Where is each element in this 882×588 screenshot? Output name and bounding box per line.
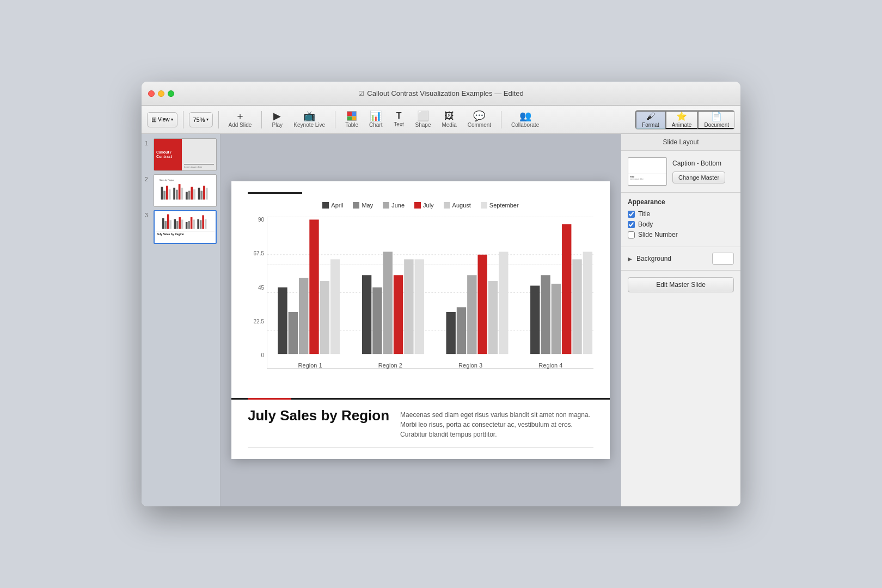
chart-label: Chart [369, 122, 382, 128]
svg-rect-13 [198, 188, 200, 200]
fullscreen-button[interactable] [168, 90, 174, 97]
svg-rect-38 [289, 312, 298, 354]
slide-thumbnail-1[interactable]: 1 Callout /Contrast Lorem ipsum dolor [145, 138, 217, 171]
slide3-title-mini: July Sales by Region [157, 232, 213, 236]
panel-section-title: Slide Layout [621, 134, 740, 151]
play-label: Play [272, 122, 283, 128]
titlebar: ☑ Callout Contrast Visualization Example… [142, 82, 740, 106]
svg-rect-5 [173, 188, 175, 200]
legend-september: September [481, 202, 519, 209]
slide-number-checkbox[interactable] [628, 231, 635, 238]
zoom-button[interactable]: 75% ▾ [189, 112, 213, 127]
format-button[interactable]: 🖌 Format [635, 111, 665, 129]
layout-preview-area: Title Lorem ipsum dolor Caption - Bottom… [621, 151, 740, 193]
view-button[interactable]: ⊞ View ▾ [147, 112, 177, 127]
svg-rect-50 [457, 307, 466, 354]
svg-text:Sales by Region: Sales by Region [160, 179, 174, 181]
minimize-button[interactable] [158, 90, 164, 97]
title-checkbox[interactable] [628, 211, 635, 218]
svg-rect-55 [530, 286, 540, 354]
keynote-live-button[interactable]: 📺 Keynote Live [289, 108, 329, 131]
legend-june: June [383, 202, 405, 209]
add-slide-button[interactable]: ＋ Add Slide [224, 108, 256, 131]
animate-button[interactable]: ⭐ Animate [665, 111, 698, 129]
slide-title: July Sales by Region [248, 408, 389, 424]
body-checkbox[interactable] [628, 221, 635, 228]
chart-button[interactable]: 📊 Chart [365, 108, 387, 131]
svg-rect-39 [299, 278, 308, 354]
zoom-value: 75% [193, 117, 205, 123]
shape-label: Shape [415, 122, 431, 128]
x-label-region2: Region 2 [355, 362, 426, 369]
window-title: ☑ Callout Contrast Visualization Example… [358, 89, 523, 97]
legend-box-may [353, 202, 359, 209]
slide-number-3: 3 [145, 212, 151, 218]
svg-rect-51 [467, 275, 476, 354]
collaborate-button[interactable]: 👥 Collaborate [507, 108, 543, 131]
svg-rect-58 [562, 224, 571, 354]
svg-rect-21 [174, 219, 176, 229]
legend-label-june: June [391, 202, 405, 209]
body-checkbox-row: Body [628, 220, 734, 228]
legend-label-may: May [362, 202, 373, 209]
svg-rect-11 [191, 187, 193, 200]
svg-rect-27 [191, 217, 193, 229]
main-content: 1 Callout /Contrast Lorem ipsum dolor [142, 134, 740, 506]
svg-rect-8 [181, 188, 183, 200]
table-button[interactable]: Table [341, 108, 363, 131]
x-label-region3: Region 3 [435, 362, 506, 369]
edit-master-slide-button[interactable]: Edit Master Slide [628, 277, 734, 292]
right-panel: Slide Layout Title Lorem ipsum dolor Cap… [621, 134, 740, 506]
shape-icon: ⬜ [417, 111, 429, 121]
svg-rect-10 [188, 191, 191, 199]
svg-rect-60 [583, 252, 592, 354]
svg-rect-26 [188, 221, 190, 229]
table-label: Table [345, 122, 358, 128]
slide-thumbnail-3[interactable]: 3 [145, 210, 217, 244]
svg-rect-16 [206, 188, 208, 200]
svg-rect-25 [186, 222, 188, 229]
document-button[interactable]: 📄 Document [697, 111, 734, 129]
svg-rect-44 [372, 287, 382, 354]
keynote-live-icon: 📺 [303, 111, 315, 121]
background-row: ▶ Background [628, 253, 734, 265]
background-color-swatch[interactable] [712, 253, 734, 265]
legend-box-june [383, 202, 389, 209]
svg-rect-30 [200, 220, 202, 229]
change-master-button[interactable]: Change Master [672, 171, 725, 183]
svg-rect-43 [362, 275, 371, 354]
format-btn-group: 🖌 Format ⭐ Animate 📄 Document [635, 110, 735, 130]
toolbar-right: 🖌 Format ⭐ Animate 📄 Document [635, 110, 735, 130]
separator-5 [501, 111, 501, 128]
background-section: ▶ Background [621, 247, 740, 271]
document-icon: 📄 [711, 111, 722, 121]
legend-april: April [322, 202, 343, 209]
svg-rect-31 [202, 215, 204, 229]
legend-label-april: April [331, 202, 343, 209]
svg-rect-24 [181, 219, 183, 229]
legend-may: May [353, 202, 373, 209]
close-button[interactable] [148, 90, 155, 97]
slide-preview-2: Sales by Region [154, 174, 217, 207]
background-expand-icon[interactable]: ▶ [628, 256, 632, 262]
separator-1 [183, 111, 183, 128]
svg-rect-42 [330, 259, 340, 354]
y-label-90: 90 [258, 217, 264, 223]
chart-icon: 📊 [370, 111, 382, 121]
media-button[interactable]: 🖼 Media [437, 108, 461, 131]
svg-rect-32 [205, 219, 207, 229]
play-button[interactable]: ▶ Play [267, 108, 287, 131]
chart-legend: April May June July [248, 202, 593, 209]
x-label-region4: Region 4 [515, 362, 586, 369]
format-label: Format [642, 122, 659, 128]
shape-button[interactable]: ⬜ Shape [411, 108, 436, 131]
comment-button[interactable]: 💬 Comment [463, 108, 495, 131]
text-button[interactable]: T Text [389, 108, 409, 131]
canvas-area[interactable]: April May June July [220, 134, 621, 506]
traffic-lights [148, 90, 174, 97]
svg-rect-53 [488, 281, 498, 354]
slide-panel: 1 Callout /Contrast Lorem ipsum dolor [142, 134, 220, 506]
legend-label-july: July [423, 202, 434, 209]
slide-thumbnail-2[interactable]: 2 Sales by Region [145, 174, 217, 207]
animate-icon: ⭐ [676, 111, 687, 121]
